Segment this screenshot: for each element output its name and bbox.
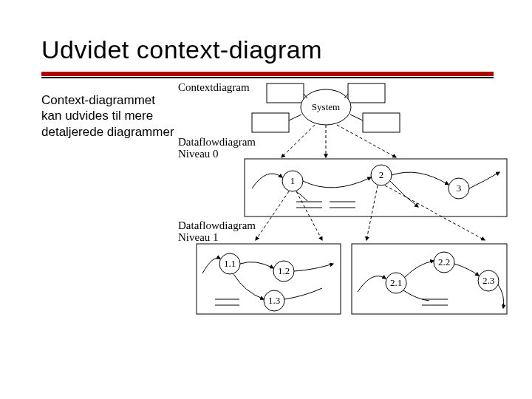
label-node13: 1.3: [268, 295, 280, 306]
label-contextdiagram: Contextdiagram: [178, 81, 250, 93]
label-node2: 2: [379, 169, 384, 180]
label-node12: 1.2: [278, 265, 290, 276]
svg-rect-0: [267, 83, 304, 103]
label-node22: 2.2: [438, 256, 450, 267]
label-dfd0-a: Dataflowdiagram: [178, 136, 256, 148]
diagram-illustration: Contextdiagram System Dataflowdiagram: [174, 92, 502, 344]
description-text: Context-diagrammet kan udvides til mere …: [41, 92, 174, 344]
label-node23: 2.3: [482, 275, 494, 286]
svg-rect-3: [363, 113, 400, 132]
svg-rect-1: [348, 83, 385, 103]
label-node11: 1.1: [224, 258, 236, 269]
label-node21: 2.1: [390, 277, 402, 288]
label-node3: 3: [457, 183, 462, 194]
slide-title: Udvidet context-diagram: [41, 35, 502, 64]
svg-rect-2: [252, 113, 289, 132]
label-dfd1-a: Dataflowdiagram: [178, 219, 256, 231]
svg-line-8: [350, 115, 363, 120]
title-rule: [41, 72, 494, 76]
label-dfd1-b: Niveau 1: [178, 231, 219, 243]
svg-line-7: [289, 115, 301, 120]
label-system: System: [312, 101, 340, 112]
label-dfd0-b: Niveau 0: [178, 148, 219, 160]
label-node1: 1: [290, 175, 296, 186]
